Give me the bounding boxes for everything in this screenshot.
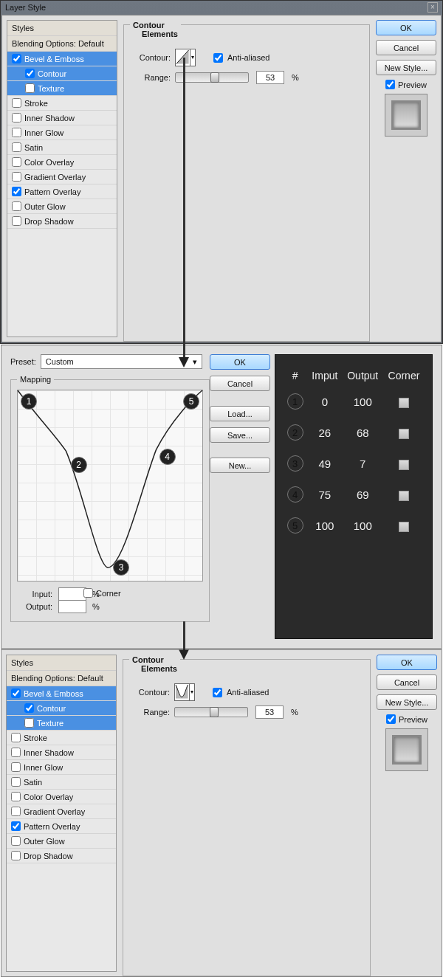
- style-item[interactable]: Satin: [7, 140, 117, 155]
- style-label: Pattern Overlay: [24, 822, 80, 831]
- style-checkbox[interactable]: [12, 201, 21, 211]
- style-item[interactable]: Bevel & Emboss: [7, 52, 117, 66]
- preview-checkbox[interactable]: [385, 80, 395, 89]
- new-button[interactable]: New...: [210, 458, 270, 473]
- editor-ok-button[interactable]: OK: [210, 354, 270, 370]
- corner-box[interactable]: [399, 460, 409, 470]
- style-checkbox[interactable]: [11, 748, 21, 757]
- style-item[interactable]: Pattern Overlay: [7, 184, 117, 199]
- style-checkbox[interactable]: [11, 836, 21, 846]
- style-checkbox[interactable]: [12, 54, 21, 63]
- style-item[interactable]: Drop Shadow: [7, 849, 116, 863]
- curve-point-4[interactable]: 4: [159, 449, 176, 465]
- antialias-checkbox[interactable]: [213, 53, 223, 63]
- style-checkbox[interactable]: [11, 777, 21, 787]
- preset-select[interactable]: Custom ▾: [41, 354, 202, 369]
- curve-point-1[interactable]: 1: [21, 393, 37, 410]
- load-button[interactable]: Load...: [210, 406, 270, 421]
- editor-cancel-button[interactable]: Cancel: [210, 376, 270, 391]
- style-checkbox[interactable]: [12, 113, 21, 122]
- style-checkbox[interactable]: [25, 83, 35, 93]
- style-item[interactable]: Inner Shadow: [7, 745, 116, 760]
- new-style-button[interactable]: New Style...: [376, 60, 436, 75]
- chevron-down-icon: ▾: [193, 357, 197, 367]
- style-label: Contour: [38, 69, 66, 78]
- style-item[interactable]: Color Overlay: [7, 790, 116, 804]
- style-item[interactable]: Contour: [7, 701, 116, 716]
- cancel-button[interactable]: Cancel: [376, 40, 436, 55]
- ok-button[interactable]: OK: [376, 20, 436, 35]
- style-checkbox[interactable]: [11, 807, 21, 816]
- style-item[interactable]: Gradient Overlay: [7, 170, 117, 184]
- antialias-checkbox[interactable]: [213, 688, 222, 697]
- style-checkbox[interactable]: [11, 821, 21, 831]
- contour-picker[interactable]: ▾: [175, 49, 196, 66]
- style-label: Gradient Overlay: [24, 807, 85, 816]
- style-item[interactable]: Outer Glow: [7, 834, 116, 849]
- style-item[interactable]: Stroke: [7, 731, 116, 745]
- corner-box[interactable]: [399, 398, 409, 408]
- chevron-down-icon[interactable]: ▾: [189, 684, 194, 700]
- style-label: Inner Glow: [24, 763, 63, 772]
- style-checkbox[interactable]: [12, 98, 21, 108]
- curve-point-5[interactable]: 5: [183, 393, 199, 410]
- input-field[interactable]: [58, 587, 86, 601]
- style-item[interactable]: Inner Glow: [7, 125, 117, 140]
- range-slider[interactable]: [175, 72, 249, 83]
- style-checkbox[interactable]: [12, 187, 21, 196]
- table-row: 10100: [283, 386, 425, 417]
- style-checkbox[interactable]: [11, 792, 21, 801]
- style-item[interactable]: Inner Glow: [7, 760, 116, 775]
- style-label: Color Overlay: [24, 158, 74, 167]
- corner-box[interactable]: [399, 522, 409, 532]
- style-item[interactable]: Drop Shadow: [7, 214, 117, 229]
- save-button[interactable]: Save...: [210, 427, 270, 443]
- style-item[interactable]: Stroke: [7, 96, 117, 111]
- output-field[interactable]: [58, 600, 86, 613]
- style-item[interactable]: Gradient Overlay: [7, 804, 116, 819]
- new-style-button[interactable]: New Style...: [377, 694, 437, 710]
- corner-box[interactable]: [399, 429, 409, 439]
- corner-checkbox[interactable]: [83, 588, 93, 598]
- points-table: # Imput Output Corner 101002266834974756…: [275, 354, 433, 639]
- curve-point-2[interactable]: 2: [71, 457, 87, 473]
- style-checkbox[interactable]: [11, 762, 21, 772]
- corner-box[interactable]: [399, 491, 409, 501]
- preview-checkbox[interactable]: [386, 714, 396, 724]
- style-checkbox[interactable]: [12, 142, 21, 152]
- chevron-down-icon[interactable]: ▾: [190, 49, 195, 66]
- style-checkbox[interactable]: [12, 172, 21, 182]
- style-item[interactable]: Contour: [7, 66, 117, 81]
- range-input[interactable]: [255, 705, 284, 719]
- ok-button[interactable]: OK: [377, 655, 437, 670]
- style-item[interactable]: Satin: [7, 775, 116, 790]
- style-checkbox[interactable]: [24, 703, 34, 713]
- curve-point-3[interactable]: 3: [113, 559, 129, 576]
- contour-picker[interactable]: ▾: [174, 683, 195, 701]
- style-checkbox[interactable]: [25, 69, 35, 78]
- style-label: Texture: [37, 719, 63, 728]
- style-checkbox[interactable]: [12, 157, 21, 167]
- style-item[interactable]: Color Overlay: [7, 155, 117, 170]
- style-checkbox[interactable]: [11, 851, 21, 860]
- style-label: Inner Shadow: [24, 114, 75, 122]
- close-icon[interactable]: ×: [427, 2, 438, 13]
- style-item[interactable]: Bevel & Emboss: [7, 686, 116, 701]
- style-checkbox[interactable]: [24, 718, 34, 728]
- style-item[interactable]: Outer Glow: [7, 199, 117, 214]
- range-slider[interactable]: [174, 707, 248, 717]
- style-checkbox[interactable]: [12, 216, 21, 226]
- style-item[interactable]: Texture: [7, 81, 117, 96]
- cancel-button[interactable]: Cancel: [377, 674, 437, 690]
- style-checkbox[interactable]: [11, 733, 21, 742]
- style-label: Bevel & Emboss: [24, 689, 83, 698]
- style-item[interactable]: Inner Shadow: [7, 111, 117, 125]
- style-item[interactable]: Texture: [7, 716, 116, 731]
- curve-canvas[interactable]: 1 2 3 4 5: [17, 390, 203, 582]
- style-checkbox[interactable]: [12, 128, 21, 137]
- range-input[interactable]: [256, 71, 284, 84]
- style-label: Texture: [38, 84, 64, 93]
- blending-options[interactable]: Blending Options: Default: [7, 36, 117, 52]
- style-checkbox[interactable]: [11, 689, 21, 698]
- style-item[interactable]: Pattern Overlay: [7, 819, 116, 834]
